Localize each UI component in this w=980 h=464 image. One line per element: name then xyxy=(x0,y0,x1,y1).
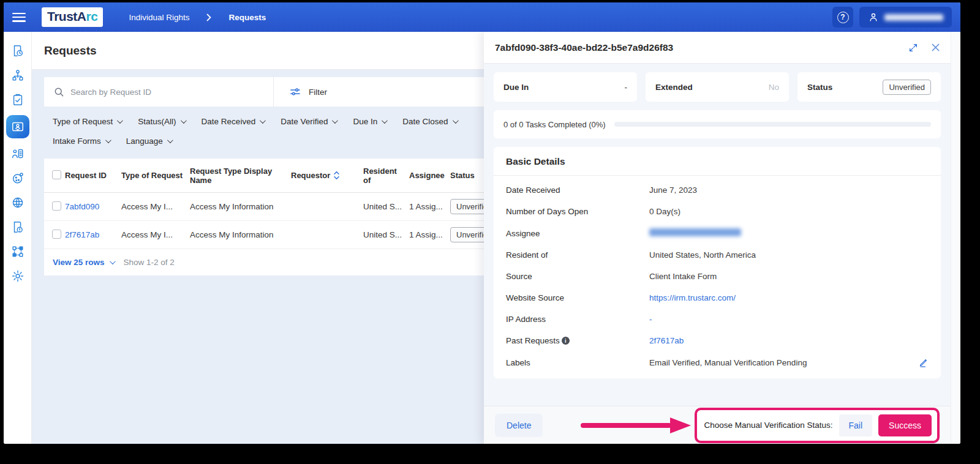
chevron-right-icon xyxy=(206,13,211,21)
request-detail-panel: 7abfd090-38f3-40ae-bd22-b5e7a9d26f83 Due… xyxy=(484,32,951,444)
detail-row-past-requests: Past Requestsi 2f7617ab xyxy=(494,330,941,351)
table-row[interactable]: 7abfd090 Access My I... Access My Inform… xyxy=(44,193,511,221)
chevron-down-icon xyxy=(117,118,123,124)
table-row[interactable]: 2f7617ab Access My I... Access My Inform… xyxy=(44,221,511,249)
sidebar-item-incidents[interactable] xyxy=(9,218,27,236)
filter-language[interactable]: Language xyxy=(126,137,172,146)
annotation-group: Choose Manual Verification Status: Fail … xyxy=(581,408,940,443)
request-uuid-title: 7abfd090-38f3-40ae-bd22-b5e7a9d26f83 xyxy=(495,42,895,53)
trustarc-logo[interactable]: TrustArc xyxy=(42,7,103,27)
request-id-link[interactable]: 7abfd090 xyxy=(65,202,99,211)
help-button[interactable]: ? xyxy=(832,7,853,28)
sidebar-item-contacts[interactable] xyxy=(9,144,27,163)
edit-labels-button[interactable] xyxy=(919,357,929,367)
fail-button[interactable]: Fail xyxy=(839,414,873,436)
chevron-down-icon xyxy=(105,137,111,143)
filter-toggle[interactable]: Filter xyxy=(274,87,327,97)
table-header-row: Request ID Type of Request Request Type … xyxy=(44,159,511,193)
sidebar-item-assessments[interactable] xyxy=(9,91,27,109)
col-request-type-display-name[interactable]: Request Type Display Name xyxy=(190,167,291,185)
filter-status[interactable]: Status(All) xyxy=(138,117,184,126)
sidebar-item-settings[interactable] xyxy=(9,267,27,285)
search-icon xyxy=(54,87,64,97)
tasks-progress-card: 0 of 0 Tasks Completed (0%) xyxy=(494,110,941,138)
sidebar xyxy=(4,32,32,444)
detail-row-ip-address: IP Address - xyxy=(494,309,941,330)
col-requestor[interactable]: Requestor xyxy=(291,171,363,180)
search-input[interactable] xyxy=(70,88,242,97)
logo-text-accent: rc xyxy=(86,9,98,23)
panel-footer: Delete Choose Manual Verification Status… xyxy=(484,406,951,444)
help-icon: ? xyxy=(837,12,849,23)
assignee-redacted[interactable] xyxy=(649,228,741,236)
cell-assignee: 1 Assig... xyxy=(409,230,450,239)
view-rows-dropdown[interactable]: View 25 rows xyxy=(53,258,114,267)
pagination-summary: Show 1-2 of 2 xyxy=(124,258,175,267)
detail-row-website-source: Website Source https://irm.trustarc.com/ xyxy=(494,287,941,309)
sidebar-item-workflow[interactable] xyxy=(9,242,27,261)
user-name-redacted xyxy=(884,14,943,21)
detail-row-days-open: Number of Days Open 0 Day(s) xyxy=(494,201,941,222)
filter-date-closed[interactable]: Date Closed xyxy=(402,117,456,126)
col-request-id[interactable]: Request ID xyxy=(65,171,121,180)
breadcrumb: Individual Rights Requests xyxy=(129,13,266,22)
menu-icon[interactable] xyxy=(12,13,26,22)
success-button[interactable]: Success xyxy=(878,414,932,436)
verification-prompt: Choose Manual Verification Status: xyxy=(704,421,832,430)
page-title: Requests xyxy=(44,44,97,58)
sidebar-item-reports[interactable] xyxy=(9,42,27,60)
due-in-value: - xyxy=(625,83,628,92)
row-checkbox[interactable] xyxy=(52,230,61,239)
filter-label: Filter xyxy=(309,88,327,97)
filter-intake-forms[interactable]: Intake Forms xyxy=(53,137,110,146)
scrollbar[interactable] xyxy=(951,32,960,444)
row-checkbox[interactable] xyxy=(52,201,61,211)
sidebar-item-individual-rights[interactable] xyxy=(6,115,29,138)
col-assignee[interactable]: Assignee xyxy=(409,171,450,180)
panel-header: 7abfd090-38f3-40ae-bd22-b5e7a9d26f83 xyxy=(484,32,951,64)
filter-date-verified[interactable]: Date Verified xyxy=(281,117,336,126)
detail-row-source: Source Client Intake Form xyxy=(494,266,941,287)
filter-due-in[interactable]: Due In xyxy=(353,117,386,126)
breadcrumb-parent[interactable]: Individual Rights xyxy=(129,13,189,22)
request-id-link[interactable]: 2f7617ab xyxy=(65,230,99,239)
col-type-of-request[interactable]: Type of Request xyxy=(121,171,190,180)
nav-actions: ? xyxy=(832,7,952,28)
website-source-link[interactable]: https://irm.trustarc.com/ xyxy=(649,293,929,302)
filter-date-received[interactable]: Date Received xyxy=(202,117,265,126)
cell-display-name: Access My Information xyxy=(190,202,291,211)
col-resident-of[interactable]: Resident of xyxy=(363,167,409,185)
filter-sliders-icon xyxy=(290,87,301,97)
sidebar-item-intelligence[interactable] xyxy=(9,193,27,212)
verification-highlight-box: Choose Manual Verification Status: Fail … xyxy=(695,408,940,443)
user-icon xyxy=(868,12,879,23)
detail-row-date-received: Date Received June 7, 2023 xyxy=(494,179,941,201)
summary-cards: Due In - Extended No Status Unverified xyxy=(494,72,941,102)
expand-panel-button[interactable] xyxy=(908,43,918,53)
chevron-down-icon xyxy=(452,118,458,124)
pencil-icon xyxy=(919,357,929,367)
top-nav: TrustArc Individual Rights Requests ? xyxy=(4,2,960,32)
detail-row-labels: Labels Email Verified, Manual Verificati… xyxy=(494,351,941,373)
cell-assignee: 1 Assig... xyxy=(409,202,450,211)
chevron-down-icon xyxy=(332,118,338,124)
detail-row-resident-of: Resident of United States, North America xyxy=(494,244,941,266)
chevron-down-icon xyxy=(260,118,266,124)
basic-details-title: Basic Details xyxy=(494,147,941,176)
select-all-checkbox[interactable] xyxy=(52,170,61,179)
info-icon[interactable]: i xyxy=(562,337,570,345)
cell-resident: United S... xyxy=(363,230,409,239)
close-panel-button[interactable] xyxy=(932,43,940,51)
sidebar-item-org-map[interactable] xyxy=(9,66,27,84)
user-menu-button[interactable] xyxy=(859,7,952,28)
chevron-down-icon xyxy=(167,137,173,143)
breadcrumb-current[interactable]: Requests xyxy=(228,13,266,22)
sidebar-item-cookies[interactable] xyxy=(9,169,27,187)
annotation-arrow xyxy=(581,416,692,435)
delete-button[interactable]: Delete xyxy=(495,414,543,437)
expand-icon xyxy=(908,43,918,53)
filter-type-of-request[interactable]: Type of Request xyxy=(53,117,121,126)
past-request-link[interactable]: 2f7617ab xyxy=(649,336,929,345)
sort-icon[interactable] xyxy=(334,171,339,180)
cell-type: Access My I... xyxy=(121,202,190,211)
